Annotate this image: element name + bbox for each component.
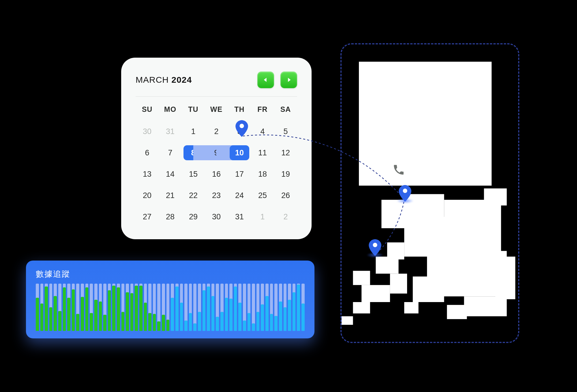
chart-bar [117,284,120,331]
calendar-day[interactable]: 13 [136,166,159,182]
chart-bar-fill [284,307,287,331]
chart-bar-fill [139,286,143,331]
chart-bar-fill [126,292,129,331]
calendar-day[interactable]: 2 [205,123,228,140]
calendar-day[interactable]: 28 [159,209,182,225]
weekday-header: TH [228,103,251,118]
chart-bar-fill [229,299,233,331]
calendar-day[interactable]: 15 [182,166,205,182]
calendar-day[interactable]: 17 [228,166,251,182]
calendar-day[interactable]: 24 [228,187,251,203]
calendar-day[interactable]: 2 [274,209,297,225]
chart-bar-fill [58,311,61,331]
calendar-day[interactable]: 21 [159,187,182,203]
chart-bar-fill [175,287,179,331]
svg-rect-11 [413,276,444,302]
chart-bar-fill [261,304,264,331]
calendar-day[interactable]: 29 [182,209,205,225]
tracking-title: 數據追蹤 [36,269,305,280]
chart-bar [67,284,70,331]
calendar-day[interactable]: 6 [136,145,159,161]
chart-bar [72,284,75,331]
calendar-day[interactable]: 31 [228,209,251,225]
chart-bar-fill [207,287,210,331]
svg-rect-2 [361,285,390,302]
calendar-day[interactable]: 19 [274,166,297,182]
next-month-button[interactable] [280,71,297,88]
map-pin-icon[interactable] [399,185,411,202]
calendar-day[interactable]: 5 [274,123,297,140]
chart-bar [85,284,89,331]
calendar-title: MARCH 2024 [136,75,192,85]
chart-bar-fill [40,304,44,331]
calendar-day[interactable]: 14 [159,166,182,182]
chart-bar [130,284,134,331]
calendar-day[interactable]: 25 [251,187,274,203]
svg-rect-9 [444,200,501,257]
chart-bar [121,284,125,331]
chart-bar-fill [63,287,66,331]
calendar-day[interactable]: 4 [251,123,274,140]
chart-bar-fill [243,321,246,331]
svg-rect-14 [464,296,507,316]
calendar-day[interactable]: 31 [159,123,182,140]
svg-rect-18 [390,274,407,293]
svg-rect-15 [447,305,467,319]
calendar-day[interactable]: 1 [251,209,274,225]
calendar-day[interactable]: 23 [205,187,228,203]
calendar-day[interactable]: 10 [228,145,251,161]
chart-bar-fill [81,297,84,331]
chart-bar-fill [117,287,120,331]
calendar-day[interactable]: 1 [182,123,205,140]
chart-bar [301,284,305,331]
chart-bar-fill [180,303,183,331]
calendar-day[interactable]: 11 [251,145,274,161]
chart-bar-fill [157,321,160,331]
map-pin-icon [235,120,248,137]
chart-bar [40,284,44,331]
calendar-day[interactable]: 12 [274,145,297,161]
calendar-day[interactable]: 20 [136,187,159,203]
svg-rect-13 [495,257,515,299]
chart-bar [256,284,260,331]
chart-bar [148,284,151,331]
prev-month-button[interactable] [257,71,274,88]
chart-bar [94,284,98,331]
chart-bar [99,284,102,331]
chart-bar-fill [108,290,111,331]
chart-bar [297,284,300,331]
calendar-day[interactable]: 30 [205,209,228,225]
chart-bar [45,284,48,331]
calendar-day[interactable]: 30 [136,123,159,140]
weekday-header: SU [136,103,159,118]
chart-bar [126,284,129,331]
chart-bar [153,284,156,331]
chart-bar-fill [103,315,106,331]
chart-bar [54,284,57,331]
chart-bar [108,284,111,331]
map-shape [342,183,518,342]
chart-bar [198,284,201,331]
chart-bar [293,284,296,331]
chart-bar-fill [90,313,93,331]
calendar-day[interactable]: 18 [251,166,274,182]
chart-bar-fill [225,298,228,331]
weekday-header: FR [251,103,274,118]
chart-bar [171,284,174,331]
calendar-header: MARCH 2024 [136,71,297,97]
chart-bar [211,284,215,331]
calendar-day[interactable]: 27 [136,209,159,225]
calendar-day[interactable]: 26 [274,187,297,203]
svg-point-0 [239,124,244,128]
chart-bar-fill [144,303,147,331]
chart-bar [220,284,224,331]
chart-bar [112,284,115,331]
calendar-nav [257,71,297,88]
chart-bar-fill [36,298,39,331]
chart-bar [103,284,106,331]
calendar-day[interactable]: 22 [182,187,205,203]
chart-bar-fill [85,287,89,331]
calendar-day[interactable]: 16 [205,166,228,182]
map-pin-icon[interactable] [369,239,381,256]
calendar-day[interactable]: 7 [159,145,182,161]
